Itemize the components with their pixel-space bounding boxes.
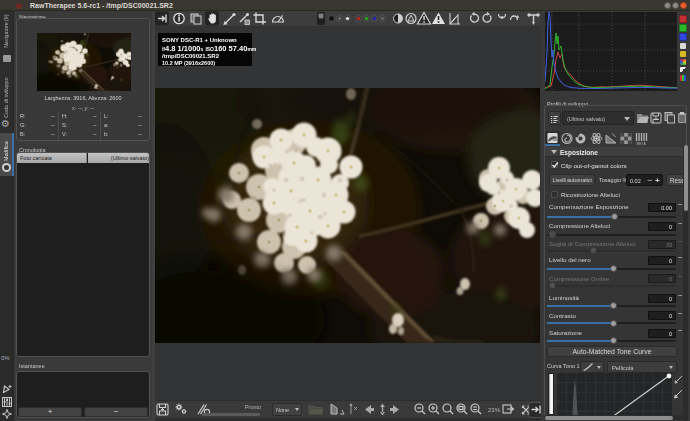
svg-text:23%: 23%	[488, 407, 501, 413]
svg-text:META: META	[637, 142, 647, 146]
